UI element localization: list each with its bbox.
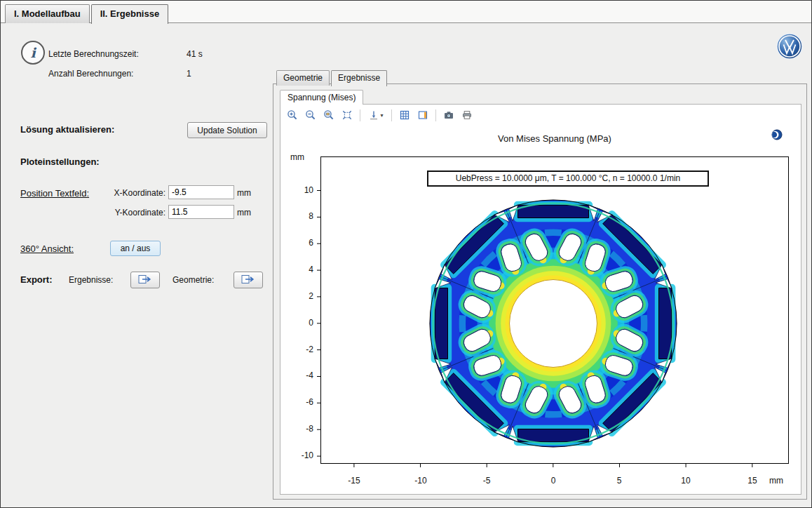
x-tick-marks — [354, 464, 752, 467]
zoom-extents-button[interactable] — [339, 107, 356, 123]
y-tick: -8 — [294, 424, 313, 434]
chevron-down-icon: ▾ — [380, 112, 383, 119]
toolbar-separator — [391, 109, 392, 121]
x-coordinate-input[interactable] — [168, 185, 234, 199]
comsol-logo-icon[interactable] — [771, 129, 783, 143]
camera-icon — [443, 109, 454, 121]
x-tick: 10 — [672, 476, 700, 486]
tab-ergebnisse-inner[interactable]: Ergebnisse — [331, 70, 387, 86]
toolbar-separator — [360, 109, 360, 121]
x-tick: -15 — [340, 476, 368, 486]
zoom-box-button[interactable] — [320, 107, 337, 123]
x-tick: 15 — [738, 476, 766, 486]
export-results-button[interactable] — [130, 272, 160, 288]
zoom-in-icon — [287, 109, 298, 121]
view-orientation-icon — [368, 109, 379, 121]
zoom-extents-icon — [341, 109, 353, 121]
y-tick: 6 — [294, 238, 313, 248]
view-orientation-button[interactable]: ▾ — [365, 107, 387, 123]
print-button[interactable] — [459, 107, 475, 123]
tab-ergebnisse[interactable]: II. Ergebnisse — [91, 4, 169, 24]
plot-title: Von Mises Spannung (MPa) — [320, 133, 789, 144]
plot-annotation-box[interactable]: UebPress = 10.0000 μm, T = 100.000 °C, n… — [427, 171, 709, 187]
y-tick-marks — [317, 191, 320, 457]
last-computation-value: 41 s — [187, 49, 203, 59]
y-coordinate-label: Y-Koordinate: — [109, 208, 165, 218]
tab-geometrie[interactable]: Geometrie — [276, 70, 330, 86]
y-tick: 10 — [294, 185, 313, 195]
export-icon — [138, 274, 152, 286]
info-icon: i — [21, 41, 45, 65]
x-coordinate-unit: mm — [237, 188, 251, 198]
printer-icon — [461, 109, 473, 121]
x-tick: -10 — [407, 476, 435, 486]
grid-button[interactable] — [396, 107, 413, 123]
results-tab-bar: Geometrie Ergebnisse — [276, 70, 388, 86]
vw-logo-icon — [776, 33, 803, 62]
export-geometry-label: Geometrie: — [172, 275, 214, 285]
x-axis-unit: mm — [769, 476, 783, 486]
y-axis-unit: mm — [290, 152, 304, 162]
zoom-out-icon — [305, 109, 316, 121]
legend-button[interactable] — [414, 107, 431, 123]
position-textfield-label: Position Textfeld: — [20, 188, 89, 199]
update-solution-button[interactable]: Update Solution — [187, 122, 267, 138]
export-icon — [241, 274, 255, 286]
num-computations-value: 1 — [187, 69, 191, 79]
y-coordinate-input[interactable] — [168, 205, 234, 219]
export-results-label: Ergebnisse: — [69, 275, 113, 285]
x-tick: -5 — [473, 476, 501, 486]
zoom-out-button[interactable] — [302, 107, 319, 123]
y-tick: 0 — [294, 318, 313, 328]
tab-modellaufbau[interactable]: I. Modellaufbau — [5, 4, 90, 23]
last-computation-label: Letzte Berechnungszeit: — [48, 49, 139, 59]
y-tick: 4 — [294, 265, 313, 274]
y-coordinate-unit: mm — [237, 208, 251, 218]
y-tick: 2 — [294, 291, 313, 301]
view360-label: 360° Ansicht: — [20, 243, 74, 254]
zoom-in-button[interactable] — [284, 107, 301, 123]
export-geometry-button[interactable] — [234, 272, 263, 288]
update-section-label: Lösung aktualisieren: — [20, 124, 114, 135]
stress-plot-canvas[interactable] — [316, 152, 793, 468]
x-tick: 5 — [605, 476, 633, 486]
y-tick: -2 — [294, 345, 313, 354]
tab-spannung-mises[interactable]: Spannung (Mises) — [280, 90, 363, 105]
y-tick: -6 — [294, 397, 313, 407]
view360-toggle-button[interactable]: an / aus — [110, 241, 161, 256]
main-tab-bar: I. Modellaufbau II. Ergebnisse — [5, 4, 170, 23]
export-label: Export: — [20, 274, 53, 285]
zoom-box-icon — [323, 109, 334, 121]
grid-icon — [399, 109, 410, 121]
legend-icon — [417, 109, 428, 121]
graphics-toolbar: ▾ — [284, 107, 475, 123]
x-coordinate-label: X-Koordinate: — [109, 188, 165, 198]
x-tick: 0 — [539, 476, 567, 486]
snapshot-button[interactable] — [440, 107, 457, 123]
y-tick: 8 — [294, 211, 313, 221]
toolbar-separator — [435, 109, 436, 121]
plot-settings-label: Ploteinstellungen: — [20, 156, 100, 167]
y-tick: -10 — [294, 450, 313, 460]
y-tick: -4 — [294, 370, 313, 380]
app-window: I. Modellaufbau II. Ergebnisse i Letzte … — [0, 0, 812, 508]
num-computations-label: Anzahl Berechnungen: — [48, 69, 133, 79]
